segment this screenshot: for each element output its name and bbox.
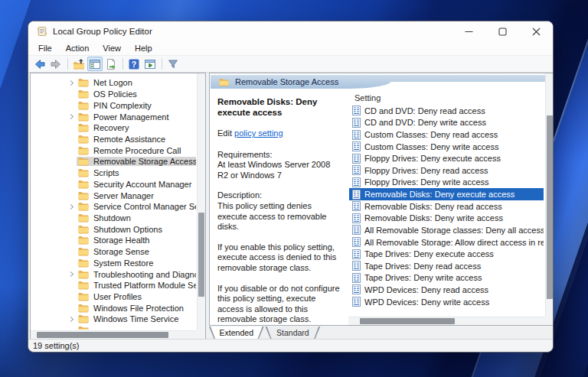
setting-row[interactable]: CD and DVD: Deny read access bbox=[349, 105, 544, 117]
expand-chevron-icon[interactable] bbox=[64, 81, 77, 85]
setting-row[interactable]: Removable Disks: Deny write access bbox=[349, 212, 544, 224]
tree-item-body[interactable]: PIN Complexity bbox=[77, 101, 155, 110]
setting-row[interactable]: Tape Drives: Deny read access bbox=[349, 260, 544, 272]
setting-row[interactable]: Tape Drives: Deny write access bbox=[349, 272, 544, 284]
tree-item[interactable]: Storage Sense bbox=[31, 246, 196, 258]
list-vertical-scrollbar-thumb[interactable] bbox=[547, 115, 553, 299]
list-vertical-scrollbar[interactable] bbox=[545, 73, 554, 316]
setting-row[interactable]: WPD Devices: Deny write access bbox=[349, 296, 544, 308]
tree-horizontal-scrollbar-thumb[interactable] bbox=[37, 332, 168, 338]
tree-item-body[interactable]: Server Manager bbox=[77, 191, 157, 200]
tree-item-body[interactable]: Security Account Manager bbox=[77, 180, 194, 189]
setting-row[interactable]: CD and DVD: Deny write access bbox=[349, 117, 544, 129]
forward-icon[interactable] bbox=[48, 57, 64, 71]
tree-item[interactable]: Removable Storage Access bbox=[31, 156, 196, 167]
tree-item-body[interactable]: Remote Procedure Call bbox=[77, 146, 184, 155]
tree-item[interactable]: Storage Health bbox=[31, 235, 196, 246]
tree-item[interactable]: Windows Time Service bbox=[31, 314, 196, 325]
tree-item[interactable]: Remote Procedure Call bbox=[31, 145, 196, 156]
tree-item[interactable]: Net Logon bbox=[31, 77, 196, 89]
up-one-level-icon[interactable] bbox=[71, 57, 87, 71]
tree-item-body[interactable]: Windows File Protection bbox=[77, 304, 187, 313]
menu-file[interactable]: File bbox=[31, 42, 59, 54]
tab-standard[interactable]: Standard bbox=[266, 327, 321, 340]
tree-item-body bbox=[77, 326, 96, 330]
expand-chevron-icon[interactable] bbox=[64, 272, 77, 276]
tree-item-body[interactable]: Recovery bbox=[77, 123, 132, 132]
export-list-icon[interactable] bbox=[103, 57, 119, 71]
tab-extended[interactable]: Extended bbox=[209, 327, 264, 340]
tree-item[interactable]: Security Account Manager bbox=[31, 178, 196, 190]
show-new-window-icon[interactable] bbox=[142, 57, 158, 71]
expand-chevron-icon[interactable] bbox=[64, 205, 77, 209]
tree-item[interactable]: Server Manager bbox=[31, 190, 196, 201]
tree-horizontal-scrollbar[interactable] bbox=[31, 330, 196, 339]
setting-row[interactable]: Custom Classes: Deny write access bbox=[349, 141, 544, 153]
tree-item[interactable]: Service Control Manager Settings bbox=[31, 201, 196, 213]
setting-row[interactable]: Floppy Drives: Deny read access bbox=[349, 164, 544, 177]
title-bar[interactable]: Local Group Policy Editor bbox=[28, 21, 553, 41]
setting-row[interactable]: Removable Disks: Deny read access bbox=[349, 200, 544, 213]
tree-item-body[interactable]: Scripts bbox=[77, 168, 122, 177]
tree-item-body[interactable]: User Profiles bbox=[77, 292, 145, 301]
tree-item[interactable]: System Restore bbox=[31, 258, 196, 269]
tree-item-body[interactable]: Storage Sense bbox=[77, 247, 152, 256]
menu-view[interactable]: View bbox=[96, 42, 128, 54]
tree-item[interactable]: Troubleshooting and Diagnostics bbox=[31, 268, 196, 280]
close-button[interactable] bbox=[519, 21, 553, 41]
tree-item[interactable]: Recovery bbox=[31, 122, 196, 134]
setting-row-selected[interactable]: Removable Disks: Deny execute access bbox=[349, 188, 544, 200]
maximize-button[interactable] bbox=[485, 21, 519, 41]
list-horizontal-scrollbar-thumb[interactable] bbox=[360, 318, 455, 324]
tree-vertical-scrollbar-thumb[interactable] bbox=[198, 213, 204, 297]
tree-item[interactable]: Shutdown bbox=[31, 213, 196, 224]
tree-item-body[interactable]: OS Policies bbox=[77, 89, 140, 99]
help-icon[interactable]: ? bbox=[126, 57, 142, 71]
setting-row[interactable]: Floppy Drives: Deny execute access bbox=[349, 152, 544, 164]
tree-item-body[interactable]: Windows Time Service bbox=[77, 314, 181, 323]
tree-item[interactable]: Windows File Protection bbox=[31, 302, 196, 314]
setting-row[interactable]: All Removable Storage classes: Deny all … bbox=[349, 224, 544, 236]
tree-item[interactable]: Trusted Platform Module Services bbox=[31, 280, 196, 291]
filter-icon[interactable] bbox=[165, 57, 181, 71]
expand-chevron-icon[interactable] bbox=[64, 317, 77, 321]
tree-item-body[interactable]: Trusted Platform Module Services bbox=[77, 281, 196, 290]
tree-vertical-scrollbar[interactable] bbox=[197, 73, 205, 330]
menu-help[interactable]: Help bbox=[128, 42, 159, 54]
tree-item-body[interactable]: Storage Health bbox=[77, 236, 152, 245]
tree-item[interactable]: Shutdown Options bbox=[31, 223, 196, 235]
list-horizontal-scrollbar[interactable] bbox=[348, 317, 544, 325]
tree-item-body[interactable]: Shutdown bbox=[77, 213, 134, 223]
setting-label: All Removable Storage classes: Deny all … bbox=[364, 226, 544, 235]
policy-setting-link[interactable]: policy setting bbox=[234, 128, 283, 138]
show-console-tree-icon[interactable] bbox=[87, 57, 103, 71]
setting-row[interactable]: Custom Classes: Deny read access bbox=[349, 128, 544, 141]
settings-rows: CD and DVD: Deny read accessCD and DVD: … bbox=[349, 105, 544, 307]
tree-item-body[interactable]: Shutdown Options bbox=[77, 225, 165, 234]
tree-item-body[interactable]: System Restore bbox=[77, 258, 156, 268]
tree-item[interactable]: User Profiles bbox=[31, 291, 196, 303]
back-icon[interactable] bbox=[32, 57, 47, 71]
details-panel: Removable Storage Access Removable Disks… bbox=[209, 73, 554, 326]
tree-item-body[interactable]: Service Control Manager Settings bbox=[77, 202, 196, 211]
status-bar: 19 setting(s) bbox=[28, 339, 553, 352]
setting-row[interactable]: All Removable Storage: Allow direct acce… bbox=[349, 236, 544, 249]
tree-item-selected[interactable]: Removable Storage Access bbox=[77, 157, 196, 166]
tree-item-partial[interactable] bbox=[31, 325, 196, 330]
settings-column-header[interactable]: Setting bbox=[349, 89, 544, 105]
tree-item[interactable]: Remote Assistance bbox=[31, 134, 196, 145]
minimize-button[interactable] bbox=[452, 21, 485, 41]
setting-row[interactable]: WPD Devices: Deny read access bbox=[349, 284, 544, 296]
tree-item-body[interactable]: Troubleshooting and Diagnostics bbox=[77, 270, 196, 279]
menu-action[interactable]: Action bbox=[59, 42, 96, 54]
tree-item[interactable]: PIN Complexity bbox=[31, 99, 196, 111]
setting-row[interactable]: Floppy Drives: Deny write access bbox=[349, 177, 544, 189]
tree-item-body[interactable]: Power Management bbox=[77, 112, 172, 122]
tree-item[interactable]: OS Policies bbox=[31, 89, 196, 100]
tree-item[interactable]: Scripts bbox=[31, 167, 196, 179]
tree-item-body[interactable]: Remote Assistance bbox=[77, 135, 168, 144]
setting-row[interactable]: Tape Drives: Deny execute access bbox=[349, 248, 544, 260]
expand-chevron-icon[interactable] bbox=[64, 115, 77, 119]
tree-item-body[interactable]: Net Logon bbox=[77, 78, 136, 87]
tree-item[interactable]: Power Management bbox=[31, 111, 196, 122]
